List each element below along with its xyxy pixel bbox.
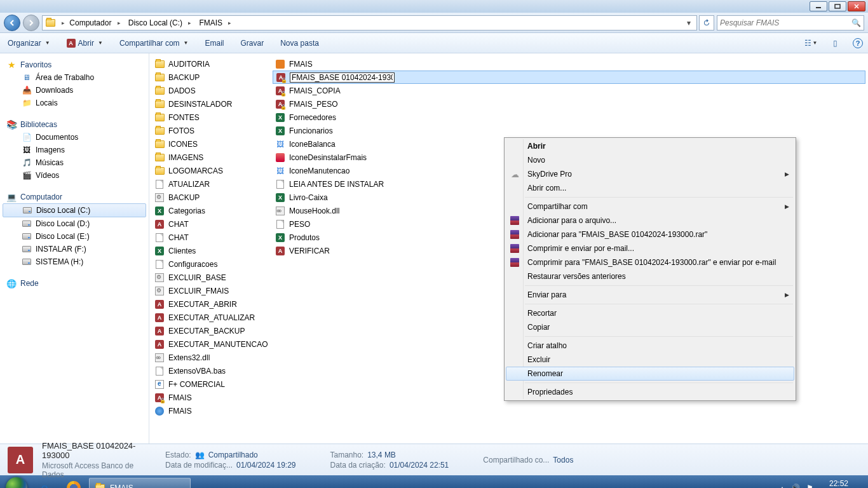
nav-downloads[interactable]: 📥Downloads: [0, 84, 149, 97]
tray-flag-icon[interactable]: ⚑: [806, 484, 813, 488]
ctx-rename[interactable]: Renomear: [506, 367, 794, 381]
file-item[interactable]: Extens32.dll: [152, 351, 268, 364]
file-item[interactable]: IMAGENS: [152, 151, 268, 164]
ctx-skydrive[interactable]: ☁SkyDrive Pro▶: [506, 167, 794, 181]
file-item[interactable]: FMAIS: [152, 404, 268, 417]
file-item[interactable]: [273, 71, 865, 84]
file-item[interactable]: FMAIS_PESO: [273, 97, 865, 111]
file-item[interactable]: EXECUTAR_MANUTENCAO: [152, 337, 268, 351]
favorites-header[interactable]: ★Favoritos: [0, 58, 149, 71]
taskbar-firefox[interactable]: [60, 478, 88, 488]
new-folder-button[interactable]: Nova pasta: [278, 37, 322, 49]
file-item[interactable]: DADOS: [152, 84, 268, 97]
ctx-shortcut[interactable]: Criar atalho: [506, 339, 794, 353]
ctx-open[interactable]: Abrir: [506, 139, 794, 153]
nav-videos[interactable]: 🎬Vídeos: [0, 169, 149, 182]
ctx-new[interactable]: Novo: [506, 153, 794, 167]
file-item[interactable]: FMAIS: [273, 57, 865, 71]
file-item[interactable]: EXCLUIR_BASE: [152, 271, 268, 284]
file-item[interactable]: CHAT: [152, 231, 268, 244]
file-item[interactable]: Clientes: [152, 244, 268, 257]
file-item[interactable]: Categorias: [152, 204, 268, 217]
share-menu[interactable]: Compartilhar com▼: [117, 37, 191, 49]
ctx-openwith[interactable]: Abrir com...: [506, 181, 794, 195]
nav-drive-f[interactable]: INSTALAR (F:): [0, 243, 149, 255]
computer-header[interactable]: 💻Computador: [0, 191, 149, 203]
system-tray[interactable]: ▴ 🔊 ⚑ 22:5201/04/2024: [780, 479, 864, 488]
start-button[interactable]: [4, 475, 29, 488]
file-item[interactable]: FMAIS: [152, 391, 268, 404]
file-item[interactable]: EXECUTAR_ATUALIZAR: [152, 311, 268, 324]
file-item[interactable]: Funcionarios: [273, 124, 865, 137]
tray-clock[interactable]: 22:5201/04/2024: [820, 479, 858, 488]
file-item[interactable]: BACKUP: [152, 191, 268, 204]
file-item[interactable]: FMAIS_COPIA: [273, 84, 865, 97]
refresh-button[interactable]: [699, 15, 714, 30]
help-button[interactable]: ?: [853, 38, 863, 48]
breadcrumb-computer[interactable]: ▸ Computador ▸: [58, 18, 123, 27]
ctx-addarchive[interactable]: Adicionar para o arquivo...: [506, 214, 794, 227]
file-item[interactable]: ICONES: [152, 137, 268, 151]
file-item[interactable]: DESINSTALADOR: [152, 97, 268, 111]
ctx-copy[interactable]: Copiar: [506, 320, 794, 334]
file-item[interactable]: CHAT: [152, 217, 268, 231]
preview-pane-button[interactable]: ▯: [829, 37, 841, 50]
address-dropdown[interactable]: ▾: [684, 18, 694, 27]
file-item[interactable]: EXECUTAR_ABRIR: [152, 297, 268, 311]
ctx-cut[interactable]: Recortar: [506, 306, 794, 320]
ctx-delete[interactable]: Excluir: [506, 353, 794, 367]
file-item[interactable]: ATUALIZAR: [152, 177, 268, 191]
file-item[interactable]: FOTOS: [152, 124, 268, 137]
nav-back-button[interactable]: [4, 15, 20, 31]
maximize-button[interactable]: [829, 1, 846, 11]
file-item[interactable]: FONTES: [152, 111, 268, 124]
network-header[interactable]: 🌐Rede: [0, 277, 149, 290]
ctx-restore[interactable]: Restaurar versões anteriores: [506, 269, 794, 283]
view-options-button[interactable]: ☷▼: [804, 37, 817, 50]
file-item[interactable]: AUDITORIA: [152, 57, 268, 71]
nav-drive-e[interactable]: Disco Local (E:): [0, 230, 149, 243]
organize-menu[interactable]: Organizar▼: [5, 37, 53, 49]
tray-volume-icon[interactable]: 🔊: [790, 484, 800, 488]
nav-documents[interactable]: 📄Documentos: [0, 131, 149, 144]
taskbar-explorer-active[interactable]: FMAIS: [89, 478, 191, 488]
file-item[interactable]: BACKUP: [152, 71, 268, 84]
open-menu[interactable]: Abrir▼: [64, 37, 105, 49]
email-button[interactable]: Email: [203, 37, 227, 49]
search-icon[interactable]: 🔍: [851, 18, 861, 27]
nav-recent[interactable]: 📁Locais: [0, 97, 149, 109]
nav-pictures[interactable]: 🖼Imagens: [0, 144, 149, 156]
nav-forward-button[interactable]: [23, 15, 39, 31]
ctx-sendto[interactable]: Enviar para▶: [506, 288, 794, 302]
ctx-sharewith[interactable]: Compartilhar com▶: [506, 200, 794, 214]
burn-button[interactable]: Gravar: [238, 37, 267, 49]
ctx-addrar[interactable]: Adicionar para "FMAIS_BASE 01042024-1930…: [506, 227, 794, 241]
close-button[interactable]: [848, 1, 865, 11]
libraries-header[interactable]: 📚Bibliotecas: [0, 118, 149, 131]
address-bar[interactable]: ▸ Computador ▸ Disco Local (C:) ▸ FMAIS …: [42, 15, 697, 30]
breadcrumb-folder[interactable]: FMAIS ▸: [196, 18, 234, 27]
nav-music[interactable]: 🎵Músicas: [0, 156, 149, 169]
taskbar-ie[interactable]: e: [31, 478, 58, 488]
file-item[interactable]: F+ COMERCIAL: [152, 377, 268, 391]
file-item[interactable]: EXCLUIR_FMAIS: [152, 284, 268, 297]
rename-input[interactable]: [290, 72, 395, 83]
ie-icon: e: [41, 481, 48, 489]
file-item[interactable]: Configuracoes: [152, 257, 268, 271]
search-box[interactable]: 🔍: [717, 15, 864, 30]
nav-desktop[interactable]: 🖥Área de Trabalho: [0, 71, 149, 84]
nav-drive-h[interactable]: SISTEMA (H:): [0, 255, 149, 268]
breadcrumb-drive[interactable]: Disco Local (C:) ▸: [126, 18, 194, 27]
search-input[interactable]: [720, 18, 851, 27]
nav-drive-c[interactable]: Disco Local (C:): [3, 203, 146, 217]
file-item[interactable]: LOGOMARCAS: [152, 164, 268, 177]
minimize-button[interactable]: [810, 1, 827, 11]
file-item[interactable]: EXECUTAR_BACKUP: [152, 324, 268, 337]
tray-chevron-icon[interactable]: ▴: [780, 484, 784, 488]
file-item[interactable]: ExtensoVBA.bas: [152, 364, 268, 377]
nav-drive-d[interactable]: Disco Local (D:): [0, 217, 149, 230]
ctx-properties[interactable]: Propriedades: [506, 385, 794, 399]
file-item[interactable]: Fornecedores: [273, 111, 865, 124]
ctx-compressraremail[interactable]: Comprimir para "FMAIS_BASE 01042024-1930…: [506, 255, 794, 269]
ctx-compressemail[interactable]: Comprimir e enviar por e-mail...: [506, 241, 794, 255]
